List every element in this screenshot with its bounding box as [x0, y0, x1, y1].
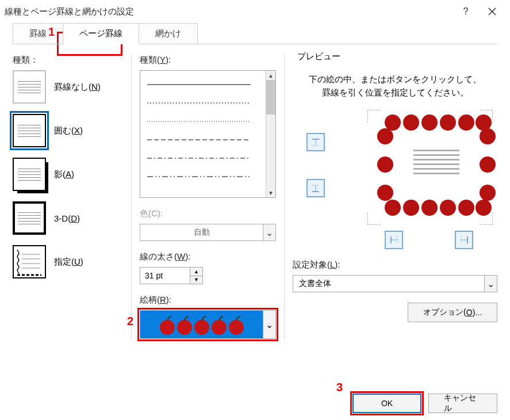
art-label: 絵柄(R): [140, 295, 276, 306]
svg-point-16 [212, 320, 227, 335]
apple-icon [228, 314, 245, 335]
help-button[interactable]: ? [453, 0, 479, 23]
edge-left-button[interactable] [385, 231, 403, 249]
svg-point-17 [229, 320, 244, 335]
svg-point-26 [421, 114, 438, 131]
art-selected-preview [140, 311, 263, 338]
color-combo[interactable]: 自動 ⌄ [140, 224, 276, 241]
color-label: 色(C): [140, 208, 276, 219]
setting-shadow[interactable]: 影(A) [13, 158, 128, 191]
svg-point-14 [177, 320, 192, 335]
svg-point-13 [160, 320, 175, 335]
corner-marker [367, 110, 380, 123]
spinner-down-icon[interactable]: ▼ [190, 276, 203, 285]
line-style-label: 種類(Y): [140, 55, 276, 66]
svg-point-28 [458, 114, 474, 131]
svg-point-36 [377, 128, 393, 144]
setting-custom[interactable]: 指定(U) [13, 245, 128, 278]
options-button[interactable]: オプション(O)... [408, 303, 497, 322]
tab-borders[interactable]: 罫線 [13, 23, 63, 44]
svg-point-40 [480, 156, 496, 173]
color-value: 自動 [140, 227, 263, 238]
spinner-up-icon[interactable]: ▲ [190, 267, 203, 276]
apple-border-icon [377, 155, 394, 173]
apple-border-icon [479, 127, 496, 144]
annotation-number-3: 3 [336, 381, 343, 394]
line-style-option[interactable] [147, 94, 259, 112]
setting-box[interactable]: 囲む(X) [13, 114, 128, 147]
edge-right-button[interactable] [455, 231, 473, 249]
width-label: 線の太さ(W): [140, 251, 276, 262]
apple-border-icon [479, 184, 496, 201]
art-combo[interactable]: ⌄ [140, 310, 276, 339]
preview-stage[interactable] [293, 110, 497, 225]
svg-point-38 [377, 185, 393, 201]
apply-to-label: 設定対象(L): [293, 259, 497, 270]
apple-icon [159, 314, 176, 335]
line-style-option[interactable] [147, 131, 259, 149]
preview-legend: プレビュー [295, 51, 343, 62]
setting-shadow-label: 影(A) [54, 169, 74, 180]
setting-custom-label: 指定(U) [54, 257, 83, 268]
svg-point-33 [440, 200, 456, 216]
annotation-number-2: 2 [127, 315, 133, 328]
apple-border-icon [379, 112, 494, 131]
custom-border-icon [14, 246, 45, 277]
cancel-button[interactable]: キャンセル [428, 394, 497, 413]
apple-border-icon [377, 184, 394, 201]
line-style-option[interactable] [147, 75, 259, 94]
ok-button[interactable]: OK [352, 394, 421, 413]
scroll-down-icon[interactable]: ▼ [266, 188, 275, 197]
svg-point-25 [403, 114, 419, 131]
width-value[interactable]: 31 pt [140, 267, 190, 284]
svg-point-30 [385, 200, 401, 216]
chevron-down-icon[interactable]: ⌄ [263, 311, 275, 338]
apple-icon [193, 314, 210, 335]
apply-to-value: 文書全体 [293, 278, 484, 289]
chevron-down-icon[interactable]: ⌄ [263, 224, 275, 240]
setting-3d-label: 3-D(D) [54, 213, 80, 223]
width-spinner[interactable]: 31 pt ▲ ▼ [140, 267, 203, 284]
svg-point-35 [476, 200, 492, 216]
svg-point-41 [480, 185, 496, 201]
close-icon [488, 7, 496, 16]
edge-top-button[interactable] [306, 133, 325, 151]
apply-to-combo[interactable]: 文書全体 ⌄ [293, 275, 497, 292]
tab-page-border[interactable]: ページ罫線 [63, 23, 139, 44]
setting-none[interactable]: 罫線なし(N) [13, 70, 128, 104]
svg-point-39 [480, 128, 496, 144]
scroll-up-icon[interactable]: ▲ [266, 71, 275, 80]
setting-box-label: 囲む(X) [54, 125, 83, 136]
preview-instruction: 下の絵の中、またはボタンをクリックして、罫線を引く位置を指定してください。 [293, 57, 497, 105]
apple-icon [210, 314, 228, 335]
apple-border-icon [479, 155, 496, 173]
setting-type-label: 種類： [13, 55, 128, 66]
line-style-option[interactable] [147, 167, 259, 186]
dialog-title: 線種とページ罫線と網かけの設定 [5, 6, 134, 17]
apple-icon [176, 314, 193, 335]
apple-border-icon [377, 127, 394, 144]
close-button[interactable] [479, 0, 505, 23]
tab-shading[interactable]: 網かけ [139, 23, 198, 44]
svg-point-31 [403, 200, 419, 216]
line-style-list[interactable]: ▲ ▼ [140, 70, 276, 198]
document-lines-icon [413, 147, 459, 177]
annotation-number-1: 1 [48, 25, 55, 39]
setting-3d[interactable]: 3-D(D) [13, 201, 128, 235]
svg-point-15 [194, 320, 209, 335]
svg-point-32 [421, 200, 438, 216]
apple-border-icon [379, 197, 494, 216]
svg-point-27 [440, 114, 456, 131]
line-style-scrollbar[interactable]: ▲ ▼ [266, 71, 275, 197]
corner-marker [367, 212, 380, 225]
line-style-option[interactable] [147, 112, 259, 131]
svg-point-34 [458, 200, 474, 216]
preview-document [379, 118, 494, 210]
line-style-option[interactable] [147, 149, 259, 167]
chevron-down-icon[interactable]: ⌄ [484, 276, 497, 292]
setting-none-label: 罫線なし(N) [54, 82, 101, 93]
edge-bottom-button[interactable] [306, 179, 325, 197]
svg-point-37 [377, 156, 393, 173]
